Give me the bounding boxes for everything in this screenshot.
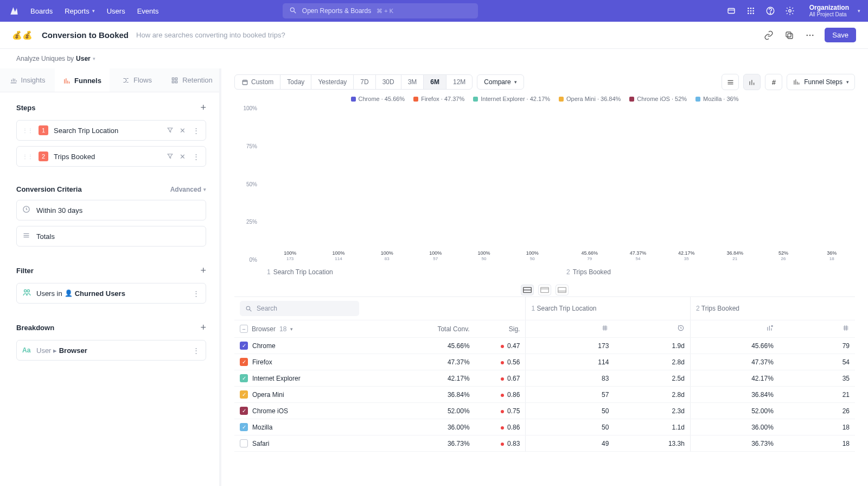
view-list-button[interactable] [722,74,739,90]
row-checkbox[interactable]: ✓ [240,423,248,431]
table-row[interactable]: ✓ Opera Mini 36.84% 0.86 57 2.8d 36.84% … [234,387,855,403]
row-checkbox[interactable]: ✓ [240,390,248,399]
table-row[interactable]: ✓ Chrome 45.66% 0.47 173 1.9d 45.66% 79 [234,338,855,354]
col-count-icon[interactable] [526,320,614,338]
legend-item[interactable]: Mozilla · 36% [695,96,738,102]
nav-users[interactable]: Users [107,7,125,15]
tab-insights[interactable]: Insights [0,68,55,92]
range-custom[interactable]: Custom [235,75,280,89]
more-icon[interactable]: ⋮ [193,127,200,134]
share-link-icon[interactable] [763,29,775,41]
step-row[interactable]: ⋮⋮ 2 Trips Booked ✕ ⋮ [16,146,206,167]
save-button[interactable]: Save [825,28,856,42]
table-row[interactable]: ✓ Firefox 47.37% 0.56 114 2.8d 47.37% 54 [234,354,855,370]
range-3m[interactable]: 3M [401,75,424,89]
range-yesterday[interactable]: Yesterday [311,75,354,89]
range-7d[interactable]: 7D [354,75,375,89]
breakdown-section: Breakdown+ Aa User ▸ Browser ⋮ [0,312,219,369]
layout-top-button[interactable] [538,285,551,295]
more-icon[interactable]: ⋮ [193,289,200,297]
drag-handle-icon[interactable]: ⋮⋮ [22,154,33,160]
x-axis-label: 1Search Trip Location [267,265,556,279]
legend-item[interactable]: Internet Explorer · 42.17% [473,96,550,102]
row-checkbox[interactable]: ✓ [240,358,248,366]
table-row[interactable]: ✓ Mozilla 36.00% 0.86 50 1.1d 36.00% 18 [234,419,855,435]
range-today[interactable]: Today [280,75,311,89]
legend-item[interactable]: Firefox · 47.37% [413,96,464,102]
more-icon[interactable]: ⋮ [193,153,200,160]
range-6m[interactable]: 6M [424,75,446,89]
tab-funnels[interactable]: Funnels [55,68,110,92]
col-time-icon[interactable] [614,320,690,338]
steps-header: Steps [16,104,35,112]
svg-point-25 [24,290,27,292]
legend-item[interactable]: Opera Mini · 36.84% [559,96,621,102]
table-row[interactable]: Safari 36.73% 0.83 49 13.3h 36.73% 18 [234,435,855,452]
add-breakdown-button[interactable]: + [200,322,206,333]
legend-item[interactable]: Chrome iOS · 52% [629,96,687,102]
nav-reports[interactable]: Reports▾ [65,7,95,15]
sidebar-tabs: Insights Funnels Flows Retention [0,68,219,92]
nav-events[interactable]: Events [137,7,159,15]
breakdown-item[interactable]: Aa User ▸ Browser ⋮ [16,340,206,361]
col-count2-icon[interactable] [779,320,855,338]
criteria-totals[interactable]: Totals [16,226,206,247]
copy-icon[interactable] [783,29,795,41]
tab-flows[interactable]: Flows [110,68,164,92]
row-checkbox[interactable]: ✓ [240,374,248,382]
view-bar-button[interactable] [743,74,761,90]
step-label: Trips Booked [54,153,95,161]
add-filter-button[interactable]: + [200,265,206,276]
updates-icon[interactable] [726,5,737,16]
legend-item[interactable]: Chrome · 45.66% [351,96,405,102]
org-switcher[interactable]: Organization All Project Data [809,4,849,17]
filter-icon[interactable] [167,153,174,160]
global-search[interactable]: Open Reports & Boards ⌘ + K [283,3,478,18]
app-logo[interactable] [8,4,21,17]
compare-button[interactable]: Compare▾ [477,74,524,90]
step-row[interactable]: ⋮⋮ 1 Search Trip Location ✕ ⋮ [16,120,206,141]
nav-boards[interactable]: Boards [30,7,53,15]
col-total-conv[interactable]: Total Conv. [399,320,475,338]
filter-icon[interactable] [167,127,174,134]
drag-handle-icon[interactable]: ⋮⋮ [22,128,33,134]
more-icon[interactable] [804,29,816,41]
table-row[interactable]: ✓ Internet Explorer 42.17% 0.67 83 2.5d … [234,370,855,387]
row-conv: 42.17% [399,370,475,387]
row-checkbox[interactable]: ✓ [240,342,248,350]
svg-point-34 [246,306,250,310]
browser-column-header[interactable]: − Browser 18 ▾ [240,325,394,333]
remove-icon[interactable]: ✕ [180,153,187,160]
row-name: Chrome iOS [252,407,288,415]
range-12m[interactable]: 12M [446,75,472,89]
tab-retention[interactable]: Retention [164,68,219,92]
add-step-button[interactable]: + [200,102,206,113]
svg-rect-2 [728,9,735,14]
view-number-button[interactable]: # [765,74,782,90]
col-pct-icon[interactable] [690,320,778,338]
table-search-input[interactable]: Search [240,301,359,316]
analyze-row[interactable]: Analyze Uniques by User ▾ [0,49,868,68]
filter-cohort[interactable]: Users in 👤 Churned Users ⋮ [16,283,206,304]
layout-split-button[interactable] [521,285,534,295]
range-30d[interactable]: 30D [376,75,401,89]
funnel-steps-dropdown[interactable]: Funnel Steps▾ [787,74,855,90]
row-checkbox[interactable] [240,439,248,447]
help-icon[interactable] [765,5,776,16]
apps-grid-icon[interactable] [745,5,756,16]
row-step1-count: 57 [526,387,614,403]
svg-point-8 [752,10,754,12]
settings-icon[interactable] [784,5,795,16]
svg-point-6 [748,10,749,12]
row-conv: 47.37% [399,354,475,370]
criteria-advanced-link[interactable]: Advanced▾ [170,186,206,193]
more-icon[interactable]: ⋮ [193,346,200,354]
row-step1-count: 49 [526,435,614,452]
y-axis: 100%75%50%25%0% [234,105,259,263]
col-sig[interactable]: Sig. [475,320,526,338]
remove-icon[interactable]: ✕ [180,127,187,134]
row-checkbox[interactable]: ✓ [240,407,248,415]
layout-bottom-button[interactable] [556,285,569,295]
table-row[interactable]: ✓ Chrome iOS 52.00% 0.75 50 2.3d 52.00% … [234,403,855,419]
criteria-within[interactable]: Within 30 days [16,200,206,220]
